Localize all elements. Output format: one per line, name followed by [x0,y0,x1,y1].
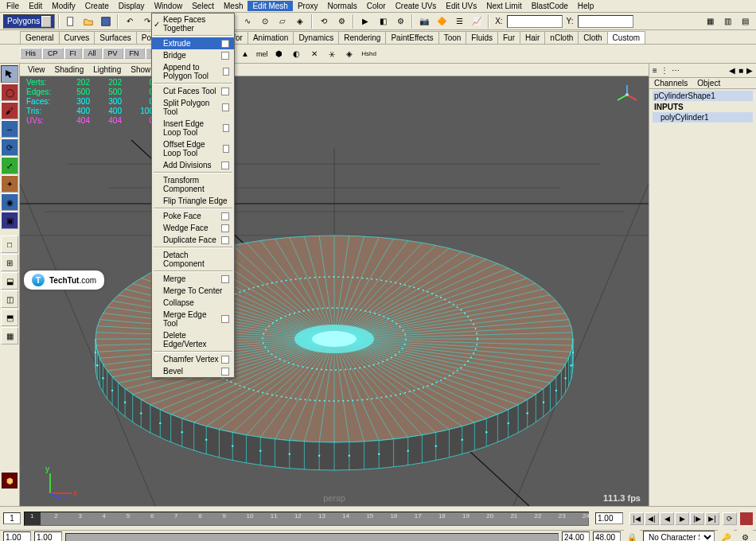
autokey-button[interactable] [740,512,753,525]
shelf-tab-painteffects[interactable]: PaintEffects [385,31,438,44]
menu-item-chamfer-vertex[interactable]: Chamfer Vertex [152,353,234,365]
last-tool[interactable]: ▣ [1,212,18,229]
autokey-toggle[interactable]: 🔑 [718,530,734,542]
option-box-icon[interactable] [222,103,229,111]
menu-item-extrude[interactable]: Extrude [152,37,234,49]
mask-his[interactable]: His [20,48,41,59]
menu-create[interactable]: Create [80,1,114,11]
menu-modify[interactable]: Modify [47,1,80,11]
option-box-icon[interactable] [221,88,229,95]
menu-item-duplicate-face[interactable]: Duplicate Face [152,234,234,246]
shelf-tab-fur[interactable]: Fur [497,31,520,44]
cb-icon-4[interactable]: ◀ [729,66,735,75]
undo-icon[interactable]: ↶ [122,14,138,29]
construction-icon[interactable]: ⚙ [333,14,349,29]
shelf-tab-general[interactable]: General [20,31,60,44]
cb-icon-5[interactable]: ■ [738,66,743,75]
menu-item-merge[interactable]: Merge [152,273,234,285]
step-back-button[interactable]: ◀| [645,512,659,525]
menu-item-detach-component[interactable]: Detach Component [152,249,234,270]
option-box-icon[interactable] [221,224,229,232]
shape-node[interactable]: pCylinderShape1 [653,91,753,101]
channels-tab[interactable]: Channels [649,78,692,88]
menu-item-transform-component[interactable]: Transform Component [152,174,234,195]
view-cube-icon[interactable] [615,83,639,107]
menu-item-insert-edge-loop-tool[interactable]: Insert Edge Loop Tool [152,118,234,138]
step-fwd-button[interactable]: |▶ [690,512,704,525]
snap-curve-icon[interactable]: ∿ [240,14,255,29]
menu-mesh[interactable]: Mesh [219,1,247,11]
option-box-icon[interactable] [221,236,229,244]
shelf-tab-toon[interactable]: Toon [438,31,467,44]
menu-item-delete-edge-vertex[interactable]: Delete Edge/Vertex [152,329,234,350]
option-box-icon[interactable] [223,124,229,132]
graph-editor-icon[interactable]: 📈 [469,14,485,29]
shelf-icon-7[interactable]: ◈ [341,46,357,62]
shelf-icon-hshd[interactable]: Hshd [359,46,380,62]
shelf-icon-3[interactable]: ⬢ [271,46,287,62]
soft-tool[interactable]: ◉ [1,193,18,211]
cb-icon-1[interactable]: ≡ [653,66,657,75]
menu-item-offset-edge-loop-tool[interactable]: Offset Edge Loop Tool [152,138,234,159]
prefs-icon[interactable]: ⚙ [737,530,753,542]
select-tool[interactable] [1,65,18,83]
option-box-icon[interactable] [221,162,229,169]
anim-start[interactable]: 1.00 [3,531,31,541]
input-node[interactable]: polyCylinder1 [653,112,753,123]
cb-icon-2[interactable]: ⋮ [661,66,668,75]
shelf-icon-5[interactable]: ✕ [306,46,322,62]
play-end[interactable]: 24.00 [562,531,590,541]
loop-button[interactable]: ⟳ [723,512,737,525]
menu-item-cut-faces-tool[interactable]: Cut Faces Tool [152,85,234,97]
two-pane-v-icon[interactable]: ◫ [1,290,18,308]
rotate-tool[interactable]: ⟳ [1,138,18,156]
menu-help[interactable]: Help [573,1,599,11]
lasso-tool[interactable]: ◯ [1,84,18,101]
time-track[interactable]: 123456789101112131415161718192021222324 [24,512,589,526]
option-box-icon[interactable] [221,275,229,283]
shelf-tab-animation[interactable]: Animation [247,31,294,44]
render-view-icon[interactable]: 📷 [416,14,432,29]
coord-y-input[interactable] [578,15,633,28]
mask-cp[interactable]: CP [42,48,64,59]
menu-item-collapse[interactable]: Collapse [152,297,234,309]
menu-file[interactable]: File [2,1,24,11]
vp-menu-view[interactable]: View [23,64,50,75]
option-box-icon[interactable] [223,145,229,153]
menu-window[interactable]: Window [150,1,188,11]
menu-next-limit[interactable]: Next Limit [481,1,526,11]
shelf-tab-ncloth[interactable]: nCloth [544,31,579,44]
option-box-icon[interactable] [221,315,229,323]
history-icon[interactable]: ⟲ [316,14,332,29]
shelf-tab-surfaces[interactable]: Surfaces [94,31,136,44]
object-tab[interactable]: Object [692,78,725,88]
shelf-tab-hair[interactable]: Hair [520,31,545,44]
option-box-icon[interactable] [221,52,229,60]
shelf-tab-curves[interactable]: Curves [59,31,95,44]
option-box-icon[interactable] [223,68,229,76]
vp-menu-shading[interactable]: Shading [50,64,89,75]
menu-item-poke-face[interactable]: Poke Face [152,210,234,222]
menu-normals[interactable]: Normals [322,1,361,11]
mask-pv[interactable]: PV [103,48,123,59]
menu-item-keep-faces-together[interactable]: Keep Faces Together [152,14,234,34]
hypershade-icon[interactable]: 🔶 [434,14,450,29]
file-new-icon[interactable] [63,14,79,29]
menu-edit-uvs[interactable]: Edit UVs [441,1,481,11]
snap-live-icon[interactable]: ◈ [292,14,308,29]
range-field-a[interactable]: 1.00 [595,512,623,524]
cb-icon-6[interactable]: ▶ [746,66,753,75]
layout-icon-2[interactable]: ▥ [719,14,735,29]
snap-point-icon[interactable]: ⊙ [257,14,273,29]
goto-end-button[interactable]: ▶| [705,512,719,525]
range-track[interactable] [65,533,559,542]
shelf-icon-4[interactable]: ◐ [289,46,305,62]
option-box-icon[interactable] [221,40,229,48]
menu-item-split-polygon-tool[interactable]: Split Polygon Tool [152,97,234,118]
menu-item-wedge-face[interactable]: Wedge Face [152,222,234,234]
shelf-tab-custom[interactable]: Custom [607,31,645,44]
cb-icon-3[interactable]: ⋯ [672,66,680,75]
ipr-icon[interactable]: ◧ [375,14,391,29]
outliner-icon[interactable]: ☰ [451,14,467,29]
menu-create-uvs[interactable]: Create UVs [391,1,442,11]
